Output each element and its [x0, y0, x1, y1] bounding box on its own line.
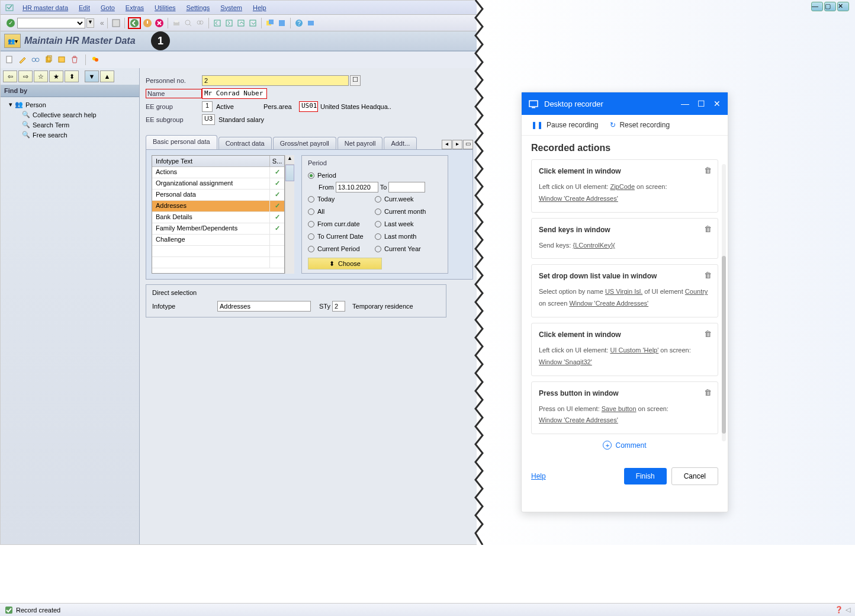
action-link[interactable]: Country	[685, 288, 708, 295]
find-icon[interactable]	[183, 18, 194, 28]
layout-icon[interactable]	[306, 18, 316, 28]
action-link[interactable]: Save button	[602, 405, 637, 412]
pause-recording[interactable]: ❚❚ Pause recording	[531, 121, 598, 129]
sty-input[interactable]	[332, 301, 345, 312]
last-page-icon[interactable]	[247, 18, 258, 28]
action-link[interactable]: UI Custom 'Help'	[610, 346, 658, 354]
new-session-icon[interactable]	[265, 18, 275, 28]
infotype-scrollbar[interactable]: ▲	[285, 155, 294, 274]
action-link[interactable]: ZipCode	[610, 183, 635, 190]
next-page-icon[interactable]	[236, 18, 246, 28]
from-input[interactable]	[336, 182, 378, 192]
save-icon[interactable]	[111, 18, 121, 28]
maximize-icon[interactable]: ▢	[824, 2, 836, 11]
recorder-scrollbar[interactable]	[722, 164, 726, 441]
action-link[interactable]: Window 'Create Addresses'	[539, 195, 618, 202]
menu-settings[interactable]: Settings	[181, 4, 216, 11]
action-link[interactable]: {LControlKey}(	[573, 242, 615, 249]
tab-basic-personal[interactable]: Basic personal data	[146, 135, 217, 149]
nav-fwd-icon[interactable]: ⇨	[18, 70, 33, 82]
infotype-row-addresses[interactable]: Addresses✓	[152, 201, 284, 212]
infotype-hdr-text[interactable]: Infotype Text	[152, 156, 270, 166]
action-link[interactable]: Window 'Create Addresses'	[539, 416, 618, 424]
add-comment[interactable]: + Comment	[531, 439, 718, 454]
ok-icon[interactable]: ✓	[5, 18, 16, 28]
tab-addt[interactable]: Addt...	[384, 137, 417, 149]
radio-all[interactable]	[308, 208, 314, 215]
tree-item-free-search[interactable]: 🔍Free search	[4, 130, 136, 140]
infotype-row-family[interactable]: Family Member/Dependents✓	[152, 223, 284, 235]
first-page-icon[interactable]	[212, 18, 223, 28]
action-link[interactable]: US Virgin Isl.	[605, 288, 642, 295]
pernr-input[interactable]	[202, 75, 349, 86]
delete-icon[interactable]	[70, 55, 80, 65]
delete-action-icon[interactable]: 🗑	[704, 329, 712, 338]
nav-star2-icon[interactable]: ★	[49, 70, 63, 82]
tree-root-person[interactable]: ▾ 👥 Person	[4, 100, 136, 110]
infotype-row-org[interactable]: Organizational assignment✓	[152, 178, 284, 190]
status-arrow-icon[interactable]: ◁	[846, 606, 850, 614]
menu-help[interactable]: Help	[247, 4, 272, 11]
command-field[interactable]	[17, 18, 85, 28]
prev-page-icon[interactable]	[224, 18, 234, 28]
help-link[interactable]: Help	[531, 472, 546, 480]
reset-recording[interactable]: ↻ Reset recording	[610, 121, 670, 129]
tab-net-payroll[interactable]: Net payroll	[338, 137, 383, 149]
print-icon[interactable]	[171, 18, 182, 28]
overview-icon[interactable]	[91, 55, 101, 65]
tree-item-search-term[interactable]: 🔍Search Term	[4, 120, 136, 130]
shortcut-icon[interactable]	[277, 18, 287, 28]
create-icon[interactable]	[5, 55, 15, 65]
nav-back-icon[interactable]: ⇦	[3, 70, 17, 82]
radio-period[interactable]	[308, 172, 314, 179]
minimize-icon[interactable]: —	[811, 2, 823, 11]
to-input[interactable]	[388, 182, 425, 192]
radio-from-curr[interactable]	[308, 221, 314, 227]
tab-gross-net[interactable]: Gross/net payroll	[273, 137, 336, 149]
search-help-icon[interactable]: ☐	[350, 75, 361, 86]
cancel-button[interactable]: Cancel	[671, 467, 718, 485]
delete-action-icon[interactable]: 🗑	[704, 271, 712, 280]
menu-hr-master-data[interactable]: HR master data	[17, 4, 73, 11]
back-button-highlighted[interactable]	[128, 17, 141, 29]
menu-edit[interactable]: Edit	[73, 4, 95, 11]
radio-curr-week[interactable]	[375, 196, 381, 203]
rec-minimize-icon[interactable]: —	[681, 99, 689, 108]
infotype-row-bank[interactable]: Bank Details✓	[152, 212, 284, 223]
status-key-icon[interactable]: ❓	[835, 606, 843, 614]
close-icon[interactable]: ✕	[837, 2, 849, 11]
infotype-row-empty[interactable]	[152, 246, 284, 257]
tab-scroll-left-icon[interactable]: ◂	[442, 140, 452, 149]
action-link[interactable]: Window 'Create Addresses'	[569, 300, 648, 307]
tab-scroll-right-icon[interactable]: ▸	[452, 140, 462, 149]
finish-button[interactable]: Finish	[624, 468, 667, 485]
radio-today[interactable]	[308, 196, 314, 203]
menu-goto[interactable]: Goto	[95, 4, 120, 11]
radio-last-week[interactable]	[375, 221, 381, 227]
back-double-icon[interactable]: «	[100, 19, 104, 27]
radio-curr-period[interactable]	[308, 246, 314, 252]
radio-curr-month[interactable]	[375, 208, 381, 215]
help2-icon[interactable]: ?	[294, 18, 304, 28]
exit-icon[interactable]	[142, 18, 153, 28]
delete-action-icon[interactable]: 🗑	[704, 388, 712, 397]
infotype-row-empty[interactable]	[152, 257, 284, 268]
action-link[interactable]: Window 'Snagit32'	[539, 358, 592, 365]
infotype-row-actions[interactable]: Actions✓	[152, 167, 284, 178]
radio-to-current[interactable]	[308, 233, 314, 240]
delimit-icon[interactable]	[57, 55, 67, 65]
delete-action-icon[interactable]: 🗑	[704, 224, 712, 233]
dropdown-icon[interactable]: ▼	[86, 18, 94, 28]
choose-button[interactable]: ⬍Choose	[308, 258, 382, 270]
menu-system[interactable]: System	[215, 4, 247, 11]
menu-extras[interactable]: Extras	[120, 4, 149, 11]
infotype-row-personal[interactable]: Personal data✓	[152, 190, 284, 201]
copy-icon[interactable]	[44, 55, 54, 65]
glasses-icon[interactable]	[31, 55, 41, 65]
infotype-hdr-s[interactable]: S...	[270, 156, 284, 166]
radio-last-month[interactable]	[375, 233, 381, 240]
nav-star-icon[interactable]: ☆	[34, 70, 48, 82]
rec-maximize-icon[interactable]: ☐	[698, 99, 705, 108]
nav-collapse-icon[interactable]: ▲	[100, 70, 114, 82]
findnext-icon[interactable]	[195, 18, 205, 28]
